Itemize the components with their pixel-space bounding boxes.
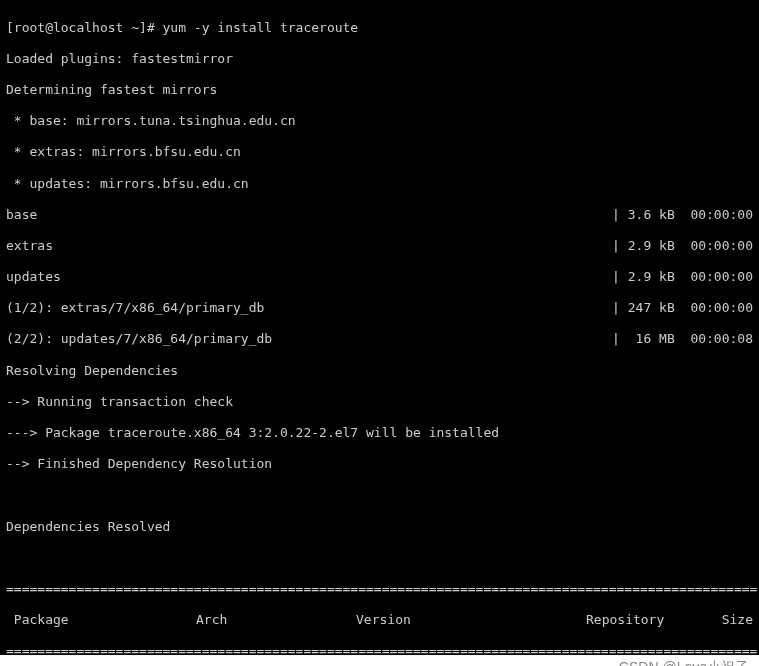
header-arch: Arch bbox=[196, 612, 356, 628]
repo-row: extras| 2.9 kB 00:00:00 bbox=[6, 238, 753, 254]
repo-name: (1/2): extras/7/x86_64/primary_db bbox=[6, 300, 264, 316]
command-line: [root@localhost ~]# yum -y install trace… bbox=[6, 20, 753, 36]
repo-row: (1/2): extras/7/x86_64/primary_db| 247 k… bbox=[6, 300, 753, 316]
table-header: Package Arch Version Repository Size bbox=[6, 612, 753, 628]
repo-size: | 2.9 kB 00:00:00 bbox=[612, 238, 753, 254]
mirror-base: * base: mirrors.tuna.tsinghua.edu.cn bbox=[6, 113, 753, 129]
repo-name: (2/2): updates/7/x86_64/primary_db bbox=[6, 331, 272, 347]
finished-resolution: --> Finished Dependency Resolution bbox=[6, 456, 753, 472]
mirror-updates: * updates: mirrors.bfsu.edu.cn bbox=[6, 176, 753, 192]
run-check: --> Running transaction check bbox=[6, 394, 753, 410]
header-version: Version bbox=[356, 612, 586, 628]
repo-row: base| 3.6 kB 00:00:00 bbox=[6, 207, 753, 223]
repo-size: | 16 MB 00:00:08 bbox=[612, 331, 753, 347]
blank-line bbox=[6, 550, 753, 566]
separator: ========================================… bbox=[6, 643, 753, 655]
deps-resolved: Dependencies Resolved bbox=[6, 519, 753, 535]
header-package: Package bbox=[6, 612, 196, 628]
repo-name: base bbox=[6, 207, 37, 223]
separator: ========================================… bbox=[6, 581, 753, 597]
repo-size: | 247 kB 00:00:00 bbox=[612, 300, 753, 316]
watermark: CSDN @Love小祝子 bbox=[0, 655, 759, 666]
mirror-extras: * extras: mirrors.bfsu.edu.cn bbox=[6, 144, 753, 160]
repo-size: | 3.6 kB 00:00:00 bbox=[612, 207, 753, 223]
repo-name: extras bbox=[6, 238, 53, 254]
plugins-line: Loaded plugins: fastestmirror bbox=[6, 51, 753, 67]
resolving-deps: Resolving Dependencies bbox=[6, 363, 753, 379]
header-repository: Repository bbox=[586, 612, 706, 628]
repo-row: updates| 2.9 kB 00:00:00 bbox=[6, 269, 753, 285]
repo-size: | 2.9 kB 00:00:00 bbox=[612, 269, 753, 285]
pkg-install-line: ---> Package traceroute.x86_64 3:2.0.22-… bbox=[6, 425, 753, 441]
determining-line: Determining fastest mirrors bbox=[6, 82, 753, 98]
repo-name: updates bbox=[6, 269, 61, 285]
header-size: Size bbox=[706, 612, 753, 628]
blank-line bbox=[6, 487, 753, 503]
terminal-window[interactable]: [root@localhost ~]# yum -y install trace… bbox=[0, 0, 759, 655]
repo-row: (2/2): updates/7/x86_64/primary_db| 16 M… bbox=[6, 331, 753, 347]
